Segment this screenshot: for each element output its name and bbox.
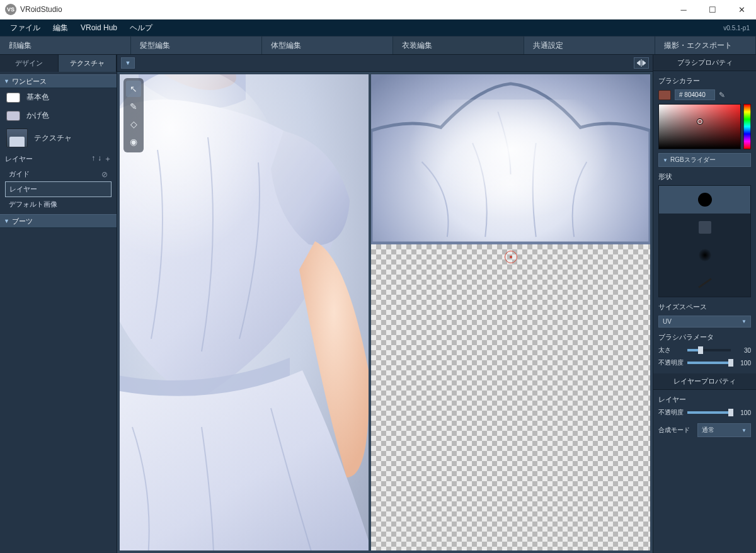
tab-clothes-label: 衣装編集	[402, 40, 432, 51]
mirror-icon	[637, 59, 646, 67]
section-boots-label: ブーツ	[12, 217, 33, 226]
rgb-sliders-toggle[interactable]: ▼ RGBスライダー	[658, 153, 751, 167]
layer-add-icon[interactable]: ＋	[104, 154, 112, 164]
uv-checker-background	[371, 244, 650, 550]
app-icon: VS	[5, 4, 16, 15]
tool-blur[interactable]: ◉	[126, 134, 141, 150]
tab-common[interactable]: 共通設定	[524, 37, 655, 54]
layer-item-default[interactable]: デフォルト画像	[5, 197, 112, 212]
subtab-texture[interactable]: テクスチャ	[59, 55, 117, 72]
tab-body-label: 体型編集	[271, 40, 301, 51]
layer-opacity-value: 100	[735, 409, 751, 416]
tool-eraser[interactable]: ◇	[126, 116, 141, 132]
tab-common-label: 共通設定	[533, 40, 563, 51]
opacity-slider[interactable]	[687, 362, 731, 364]
tab-hair[interactable]: 髪型編集	[131, 37, 262, 54]
base-color-swatch	[6, 93, 20, 103]
shade-color-swatch	[6, 111, 20, 121]
layer-opacity-label: 不透明度	[658, 408, 684, 417]
blend-mode-value: 通常	[702, 426, 714, 435]
tab-body[interactable]: 体型編集	[262, 37, 393, 54]
chevron-down-icon: ▼	[742, 428, 747, 433]
window-close-button[interactable]: ✕	[727, 0, 756, 19]
mirror-toggle[interactable]	[634, 57, 649, 69]
brush-color-swatch[interactable]	[658, 90, 671, 100]
section-onepiece[interactable]: ▼ ワンピース	[0, 74, 117, 88]
layer-section-label: レイヤー	[5, 154, 33, 164]
shape-square[interactable]	[659, 214, 750, 241]
chevron-down-icon: ▼	[4, 218, 9, 224]
sv-color-picker[interactable]	[658, 104, 741, 149]
brush-shape-selector	[658, 185, 751, 297]
hex-value: 804040	[684, 91, 705, 98]
right-panel: ブラシプロパティ ブラシカラー # 804040 ✎ ▼ RGBスライダー 形状	[653, 55, 756, 553]
layer-up-icon[interactable]: ↑	[91, 154, 95, 164]
paint-tool-palette: ↖ ✎ ◇ ◉	[123, 78, 144, 152]
shape-circle[interactable]	[659, 186, 750, 214]
item-texture[interactable]: テクスチャ	[0, 125, 117, 151]
window-title: VRoidStudio	[20, 5, 62, 14]
layer-item-layer[interactable]: レイヤー	[5, 181, 112, 197]
menu-bar: ファイル 編集 VRoid Hub ヘルプ v0.5.1-p1	[0, 20, 756, 36]
layer-opacity-slider[interactable]	[687, 411, 731, 414]
chevron-down-icon: ▼	[663, 157, 668, 163]
brush-cursor-icon	[505, 251, 517, 263]
thickness-label: 太さ	[658, 346, 684, 355]
layer-item-layer-label: レイヤー	[9, 185, 37, 194]
item-base-color-label: 基本色	[26, 92, 49, 103]
opacity-value: 100	[735, 360, 751, 367]
window-minimize-button[interactable]: ─	[669, 0, 698, 19]
blend-mode-dropdown[interactable]: 通常 ▼	[697, 423, 751, 437]
version-label: v0.5.1-p1	[723, 25, 752, 31]
brush-color-hex[interactable]: # 804040	[675, 89, 715, 100]
layer-label: レイヤー	[658, 395, 751, 404]
subtab-design[interactable]: デザイン	[0, 55, 59, 72]
uv-texture-preview	[371, 74, 650, 244]
hex-prefix: #	[679, 91, 683, 98]
menu-help[interactable]: ヘルプ	[123, 20, 159, 36]
menu-file[interactable]: ファイル	[4, 20, 47, 36]
visibility-off-icon[interactable]: ⊘	[101, 170, 108, 179]
shape-label: 形状	[658, 172, 751, 181]
tab-export[interactable]: 撮影・エクスポート	[655, 37, 756, 54]
tool-brush[interactable]: ✎	[126, 98, 141, 115]
menu-edit[interactable]: 編集	[47, 20, 74, 36]
brush-properties-header: ブラシプロパティ	[653, 55, 756, 71]
layer-down-icon[interactable]: ↓	[98, 154, 101, 164]
thickness-slider[interactable]	[687, 349, 731, 351]
top-tabs: 顔編集 髪型編集 体型編集 衣装編集 共通設定 撮影・エクスポート	[0, 36, 756, 55]
layer-item-default-label: デフォルト画像	[9, 200, 57, 209]
thickness-value: 30	[735, 347, 751, 354]
section-onepiece-label: ワンピース	[12, 77, 47, 86]
layer-item-guide-label: ガイド	[9, 169, 30, 179]
item-base-color[interactable]: 基本色	[0, 88, 117, 106]
hue-slider[interactable]	[743, 104, 751, 149]
shape-line[interactable]	[659, 269, 750, 297]
tab-face-label: 顔編集	[9, 40, 32, 51]
texture-thumb-icon	[6, 128, 28, 147]
model-preview	[120, 74, 369, 550]
layer-item-guide[interactable]: ガイド ⊘	[5, 167, 112, 181]
size-space-label: サイズスペース	[658, 302, 751, 312]
tab-face[interactable]: 顔編集	[0, 37, 131, 54]
sv-picker-handle[interactable]	[697, 119, 702, 124]
eyedropper-icon[interactable]: ✎	[719, 91, 725, 100]
section-boots[interactable]: ▼ ブーツ	[0, 214, 117, 228]
shape-soft[interactable]	[659, 241, 750, 269]
tab-clothes[interactable]: 衣装編集	[393, 37, 524, 54]
brush-color-label: ブラシカラー	[658, 76, 751, 86]
viewport-3d[interactable]: ↖ ✎ ◇ ◉	[120, 74, 369, 550]
opacity-label: 不透明度	[658, 358, 684, 367]
item-shade-color-label: かげ色	[26, 110, 49, 121]
layer-properties-header: レイヤープロパティ	[653, 373, 756, 390]
size-space-value: UV	[663, 318, 672, 325]
tool-cursor[interactable]: ↖	[126, 81, 141, 97]
item-texture-label: テクスチャ	[34, 133, 72, 144]
viewport-mode-dropdown[interactable]: ▼	[121, 57, 135, 69]
item-shade-color[interactable]: かげ色	[0, 106, 117, 125]
size-space-dropdown[interactable]: UV ▼	[658, 316, 751, 328]
tab-hair-label: 髪型編集	[140, 40, 170, 51]
menu-vroid-hub[interactable]: VRoid Hub	[74, 21, 123, 35]
window-maximize-button[interactable]: ☐	[698, 0, 727, 19]
viewport-uv[interactable]	[371, 74, 650, 550]
